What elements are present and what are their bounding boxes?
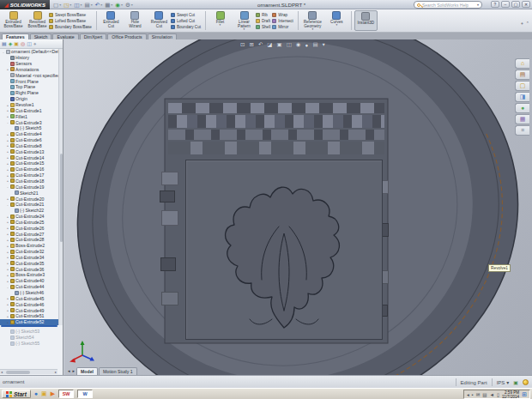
expander-icon[interactable]: - [6, 120, 9, 124]
feature-tree-item[interactable]: Right Plane [0, 90, 58, 96]
expander-icon[interactable]: + [6, 238, 9, 242]
feature-tree-item[interactable]: + Cut-Extrude4 [0, 131, 58, 137]
expander-icon[interactable]: + [6, 143, 9, 148]
feature-tree-item[interactable]: + Cut-Extrude49 [0, 307, 58, 313]
feature-tree-item[interactable]: + Cut-Extrude17 [0, 172, 58, 178]
feature-tree-item[interactable]: (-) Sketch5 [0, 125, 58, 131]
feature-tree-item[interactable]: Sensors [0, 61, 58, 67]
instant3d-button[interactable]: Instant3D [354, 10, 378, 31]
expander-icon[interactable]: + [6, 196, 9, 201]
propertymanager-tab-icon[interactable]: ◈ [9, 39, 13, 48]
expander-icon[interactable]: + [6, 267, 9, 271]
feature-tree-item[interactable]: History [0, 55, 58, 61]
maximize-button[interactable]: ▢ [511, 1, 520, 8]
feature-tree-item[interactable]: + Cut-Extrude13 [0, 148, 58, 154]
expander-icon[interactable]: + [6, 114, 9, 118]
feature-tree-item[interactable]: + Cut-Extrude34 [0, 255, 58, 261]
expander-icon[interactable]: + [6, 250, 9, 254]
expander-icon[interactable]: + [6, 108, 9, 112]
expander-icon[interactable]: + [6, 173, 9, 178]
expander-icon[interactable]: + [6, 215, 9, 219]
commandmanager-tab[interactable]: Features [2, 33, 29, 39]
taskbar-clock[interactable]: 2:59 PM 11/7/2014 [502, 390, 519, 399]
commandmanager-tab[interactable]: Office Products [107, 33, 146, 39]
undo-icon[interactable]: ↶ ▾ [95, 1, 102, 9]
help-search-box[interactable]: Search SolidWorks Help ▾ [414, 1, 482, 9]
feature-tree-item[interactable]: + Cut-Extrude51 [0, 313, 58, 319]
feature-tree-item[interactable]: + Fillet1 [0, 113, 58, 119]
scrollbar-thumb[interactable] [6, 371, 30, 374]
expander-icon[interactable]: + [6, 302, 9, 306]
feature-tree-item[interactable]: + Cut-Extrude45 [0, 295, 58, 301]
feature-tree-item[interactable]: Material <not specified> [0, 72, 58, 78]
custom-properties-tag-icon[interactable]: ▣ [513, 379, 518, 385]
feature-tree-item[interactable]: + Cut-Extrude20 [0, 196, 58, 202]
ribbon-button[interactable]: Linear Pattern ▾ [233, 10, 256, 31]
feature-tree-item[interactable]: Sketch54 [0, 335, 58, 341]
volume-tray-icon[interactable]: ◄ [490, 390, 494, 399]
feature-tree-item[interactable]: + Cut-Extrude28 [0, 237, 58, 243]
feature-tree-item[interactable]: + Cut-Extrude18 [0, 178, 58, 184]
expander-icon[interactable]: + [6, 103, 9, 107]
tree-horizontal-scrollbar[interactable]: ◂ ▸ [0, 369, 57, 374]
select-icon[interactable]: ▦ ▾ [105, 1, 112, 9]
previous-view-icon[interactable]: ↶ [258, 41, 263, 48]
tab-scroll-right-icon[interactable]: ▸ [73, 367, 76, 375]
new-icon[interactable]: ▢ ▾ [53, 1, 61, 9]
ribbon-button[interactable]: Extruded Cut [100, 10, 123, 31]
expander-icon[interactable]: + [6, 232, 9, 236]
feature-tree-item[interactable]: (-) Sketch22 [0, 208, 58, 214]
ribbon-button-small[interactable]: Draft [256, 19, 272, 23]
feature-tree-item[interactable]: + Cut-Extrude8 [0, 143, 58, 149]
display-style-icon[interactable]: ◫ [287, 41, 292, 48]
launch-media-icon[interactable]: ▶ [51, 390, 55, 398]
feature-tree-item[interactable]: + Cut-Extrude52 [0, 319, 58, 325]
feature-tree-item[interactable]: + Cut-Extrude32 [0, 249, 58, 255]
language-flag-icon[interactable]: ⊞ [522, 390, 527, 399]
expander-icon[interactable]: + [6, 149, 9, 154]
document-tab[interactable]: Motion Study 1 [99, 367, 137, 375]
feature-tree-item[interactable]: + Cut-Extrude25 [0, 219, 58, 225]
ribbon-button-small[interactable]: Boundary Cut [171, 25, 203, 29]
expander-icon[interactable]: + [6, 178, 9, 183]
hide-show-items-icon[interactable]: ◉ [296, 41, 301, 48]
launch-browser-icon[interactable]: ● [34, 390, 38, 398]
view-orientation-icon[interactable]: ▣ [277, 41, 282, 48]
feature-tree-item[interactable]: + Cut-Extrude26 [0, 225, 58, 231]
zoom-area-icon[interactable]: ⊞ [249, 41, 253, 48]
battery-tray-icon[interactable]: ▯ [497, 390, 499, 399]
apply-scene-icon[interactable]: ▤ [312, 41, 317, 48]
feature-tree-item[interactable]: + Cut-Extrude14 [0, 154, 58, 160]
expander-icon[interactable]: + [6, 167, 9, 172]
configurationmanager-tab-icon[interactable]: ▣ [14, 39, 19, 48]
expander-icon[interactable]: + [6, 226, 9, 230]
commandmanager-collapse-icon[interactable]: ⌃ [526, 21, 529, 27]
commandmanager-tab[interactable]: DimXpert [80, 33, 107, 39]
ribbon-button-small[interactable]: Wrap [272, 13, 295, 17]
feature-tree-item[interactable]: Top Plane [0, 84, 58, 90]
ribbon-button[interactable]: Curves ▾ [325, 10, 348, 31]
feature-tree-item[interactable]: - Cut-Extrude44 [0, 284, 58, 290]
scroll-left-arrow[interactable]: ◂ [1, 370, 3, 374]
expander-icon[interactable]: + [6, 308, 9, 312]
expander-icon[interactable]: - [6, 203, 9, 207]
dimxpertmanager-tab-icon[interactable]: ◎ [21, 39, 25, 48]
commandmanager-tab[interactable]: Simulation [148, 33, 177, 39]
feature-tree-item[interactable]: - Cut-Extrude21 [0, 202, 58, 208]
ribbon-button-small[interactable]: Lofted Boss/Base [49, 19, 94, 23]
ribbon-button[interactable]: Hole Wizard [124, 10, 147, 31]
ribbon-button-small[interactable]: Mirror [272, 25, 295, 29]
ribbon-button-small[interactable]: Lofted Cut [171, 19, 203, 23]
ribbon-button[interactable]: Revolved Cut [148, 10, 171, 31]
view-settings-icon[interactable]: ▾ [323, 41, 325, 48]
help-button[interactable]: ? [491, 1, 499, 8]
ribbon-button-small[interactable]: Swept Cut [171, 13, 203, 17]
network-tray-icon[interactable]: ▤ [482, 390, 487, 399]
rebuild-icon[interactable]: ◉ ▾ [115, 1, 123, 9]
feature-tree-item[interactable]: Origin [0, 96, 58, 102]
feature-tree-item[interactable]: + Boss-Extrude2 [0, 243, 58, 249]
mail-tray-icon[interactable]: ✉ [476, 390, 481, 399]
feature-tree-item[interactable]: + Cut-Extrude24 [0, 214, 58, 220]
feature-tree-item[interactable]: (-) Sketch46 [0, 290, 58, 296]
expander-icon[interactable]: + [6, 138, 9, 142]
